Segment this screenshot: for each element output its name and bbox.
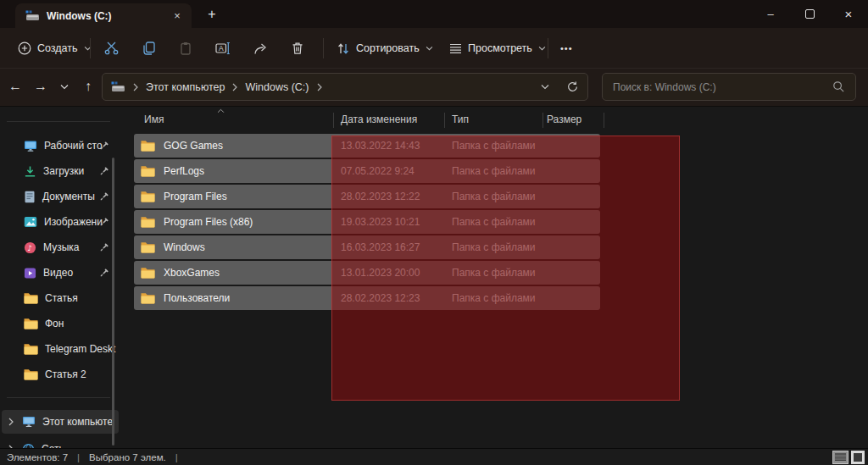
sidebar-scrollbar[interactable]: [112, 158, 114, 446]
music-icon: ♪: [24, 241, 36, 254]
column-header-row: Имя Дата изменения Тип Размер: [127, 110, 868, 131]
pin-icon: [99, 167, 108, 176]
recent-locations-button[interactable]: [54, 73, 75, 100]
video-icon: [24, 267, 36, 280]
minimize-button[interactable]: –: [751, 0, 790, 28]
column-type[interactable]: Тип: [452, 113, 469, 125]
rename-icon: A: [215, 42, 231, 55]
toolbar-separator: [90, 38, 91, 58]
sidebar-item-label: Статья: [45, 292, 78, 304]
command-area: Создать A: [0, 28, 868, 107]
downloads-icon: [24, 165, 36, 178]
selection-rectangle: [331, 136, 680, 401]
search-box: [602, 73, 856, 101]
sidebar-divider: [7, 121, 110, 122]
more-button[interactable]: •••: [553, 35, 581, 62]
pin-icon: [99, 243, 108, 252]
details-view-button[interactable]: [832, 451, 849, 464]
breadcrumb-chevron-icon[interactable]: [133, 83, 138, 91]
sidebar-item-downloads[interactable]: Загрузки: [2, 159, 119, 183]
explorer-tab[interactable]: Windows (C:) ×: [15, 3, 192, 28]
selected-count: Выбрано 7 элем.: [89, 452, 166, 462]
new-tab-button[interactable]: +: [203, 6, 220, 23]
search-input[interactable]: [613, 81, 832, 93]
breadcrumb-chevron-icon[interactable]: [232, 83, 237, 91]
create-label: Создать: [37, 42, 78, 54]
breadcrumb-this-pc[interactable]: Этот компьютер: [146, 81, 225, 93]
sidebar-item-documents[interactable]: Документы: [2, 185, 119, 208]
search-icon[interactable]: [832, 80, 845, 93]
sidebar-divider: [7, 397, 110, 398]
create-button[interactable]: Создать: [10, 35, 99, 62]
up-button[interactable]: ↑: [76, 73, 100, 100]
address-dropdown-icon[interactable]: [541, 84, 549, 90]
sidebar-item-label: Загрузки: [43, 165, 84, 177]
sidebar-item-label: Изображени: [44, 216, 103, 228]
cut-icon: [104, 42, 119, 55]
sidebar-item-label: Telegram Deskt: [45, 343, 115, 355]
file-name: PerfLogs: [164, 165, 204, 177]
folder-icon: [141, 216, 155, 228]
desktop-icon: [24, 140, 37, 152]
titlebar: Windows (C:) × + – ×: [0, 0, 868, 28]
breadcrumb-chevron-icon[interactable]: [317, 83, 322, 91]
status-divider: |: [77, 452, 80, 462]
folder-icon: [141, 292, 155, 304]
sidebar-item-desktop[interactable]: Рабочий сто: [2, 134, 119, 158]
share-button[interactable]: [245, 34, 275, 63]
pin-icon: [99, 141, 108, 151]
sidebar-item-fon[interactable]: Фон: [2, 312, 119, 335]
copy-button[interactable]: [133, 34, 164, 63]
sort-button[interactable]: Сортировать: [329, 35, 441, 62]
chevron-down-icon: [538, 46, 546, 51]
toolbar: Создать A: [0, 28, 868, 69]
sidebar-item-telegram-desktop[interactable]: Telegram Deskt: [2, 337, 119, 361]
breadcrumb-current[interactable]: Windows (C:): [245, 81, 309, 93]
delete-button[interactable]: [282, 34, 313, 63]
column-separator[interactable]: [542, 113, 543, 128]
refresh-icon[interactable]: [566, 80, 579, 93]
column-size[interactable]: Размер: [547, 113, 581, 125]
column-name[interactable]: Имя: [144, 113, 164, 125]
sidebar-item-label: Статья 2: [45, 368, 86, 380]
maximize-icon: [805, 9, 815, 19]
column-separator[interactable]: [604, 113, 604, 128]
sidebar-item-pictures[interactable]: Изображени: [2, 210, 119, 234]
drive-icon: [25, 10, 40, 21]
column-date[interactable]: Дата изменения: [341, 113, 417, 125]
view-button[interactable]: Просмотреть: [442, 35, 554, 62]
tab-close-icon[interactable]: ×: [170, 8, 185, 24]
window-controls: – ×: [751, 0, 868, 28]
sidebar-item-statya[interactable]: Статья: [2, 286, 119, 310]
folder-icon: [24, 368, 38, 380]
forward-button[interactable]: →: [29, 73, 53, 100]
file-name: Windows: [164, 241, 205, 253]
share-icon: [253, 42, 268, 55]
sidebar-item-music[interactable]: ♪ Музыка: [2, 235, 119, 259]
pin-icon: [99, 192, 108, 202]
address-bar[interactable]: Этот компьютер Windows (C:): [102, 73, 588, 101]
drive-icon: [111, 81, 125, 92]
chevron-down-icon: [426, 46, 433, 51]
svg-text:♪: ♪: [27, 243, 32, 252]
column-separator[interactable]: [333, 113, 334, 128]
tab-title: Windows (C:): [47, 10, 112, 22]
rename-button[interactable]: A: [208, 34, 238, 63]
paste-button[interactable]: [170, 34, 201, 63]
view-list-icon: [449, 42, 462, 54]
sidebar-item-videos[interactable]: Видео: [2, 261, 119, 285]
sidebar-item-statya-2[interactable]: Статья 2: [2, 363, 119, 386]
pictures-icon: [24, 216, 37, 228]
back-button[interactable]: ←: [3, 73, 27, 100]
close-button[interactable]: ×: [829, 0, 868, 28]
sort-label: Сортировать: [356, 42, 420, 54]
chevron-right-icon[interactable]: [8, 418, 14, 426]
folder-icon: [141, 267, 155, 279]
maximize-button[interactable]: [790, 0, 829, 28]
sort-ascending-icon: [217, 108, 225, 113]
large-icons-view-button[interactable]: [851, 451, 865, 464]
column-separator[interactable]: [444, 113, 445, 128]
sidebar-item-this-pc[interactable]: Этот компьюте: [2, 410, 119, 434]
cut-button[interactable]: [96, 34, 126, 63]
file-name: GOG Games: [164, 140, 223, 152]
